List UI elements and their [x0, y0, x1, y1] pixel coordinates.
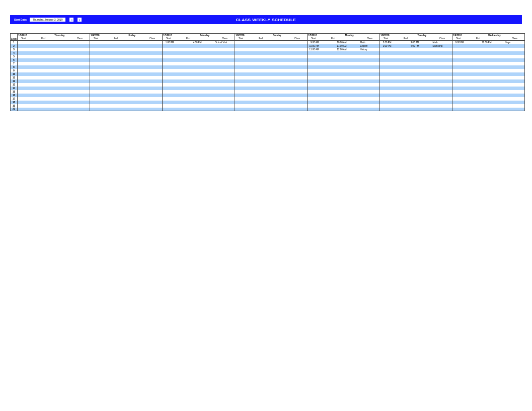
cell-end[interactable]: [465, 108, 492, 111]
cell-class[interactable]: [505, 62, 525, 65]
date-next-button[interactable]: ▸: [78, 18, 82, 22]
cell-class[interactable]: [142, 101, 163, 104]
cell-start[interactable]: [18, 79, 30, 83]
cell-class[interactable]: [432, 104, 452, 108]
cell-class[interactable]: [432, 94, 452, 97]
cell-class[interactable]: [287, 94, 308, 97]
cell-start[interactable]: [235, 69, 247, 72]
cell-class[interactable]: [432, 51, 452, 55]
cell-class[interactable]: [287, 104, 308, 108]
cell-class[interactable]: [70, 69, 90, 72]
cell-class[interactable]: [70, 44, 90, 48]
cell-end[interactable]: [30, 83, 57, 87]
cell-start[interactable]: [380, 48, 392, 51]
cell-class[interactable]: [360, 97, 380, 101]
cell-class[interactable]: [215, 44, 235, 48]
cell-class[interactable]: [432, 97, 452, 101]
cell-end[interactable]: [392, 48, 420, 51]
cell-class[interactable]: [215, 69, 235, 72]
cell-class[interactable]: English: [360, 44, 380, 48]
cell-end[interactable]: [30, 76, 57, 79]
cell-start[interactable]: [452, 76, 465, 79]
cell-start[interactable]: [452, 94, 465, 97]
cell-start[interactable]: [235, 97, 247, 101]
cell-start[interactable]: [163, 79, 175, 83]
cell-end[interactable]: [175, 101, 202, 104]
cell-class[interactable]: [215, 76, 235, 79]
cell-start[interactable]: [235, 87, 247, 90]
cell-start[interactable]: [235, 48, 247, 51]
cell-end[interactable]: [175, 48, 202, 51]
cell-end[interactable]: [175, 58, 202, 62]
cell-class[interactable]: [215, 83, 235, 87]
cell-start[interactable]: [380, 72, 392, 76]
cell-class[interactable]: [287, 44, 308, 48]
cell-end[interactable]: 11:00 AM: [320, 44, 347, 48]
cell-start[interactable]: [90, 69, 102, 72]
cell-class[interactable]: [70, 90, 90, 94]
cell-start[interactable]: [18, 62, 30, 65]
cell-start[interactable]: [380, 104, 392, 108]
cell-class[interactable]: [360, 51, 380, 55]
cell-end[interactable]: [30, 41, 57, 44]
cell-end[interactable]: [247, 69, 275, 72]
cell-start[interactable]: [235, 58, 247, 62]
cell-class[interactable]: [142, 69, 163, 72]
cell-end[interactable]: [175, 104, 202, 108]
cell-end[interactable]: [465, 55, 492, 58]
cell-start[interactable]: [18, 48, 30, 51]
cell-end[interactable]: [102, 72, 130, 76]
cell-class[interactable]: [505, 55, 525, 58]
cell-class[interactable]: Marketing: [432, 44, 452, 48]
cell-class[interactable]: [505, 87, 525, 90]
cell-start[interactable]: [90, 55, 102, 58]
cell-end[interactable]: [320, 87, 347, 90]
cell-class[interactable]: [432, 83, 452, 87]
cell-end[interactable]: [392, 55, 420, 58]
cell-end[interactable]: [30, 108, 57, 111]
cell-class[interactable]: [287, 58, 308, 62]
cell-class[interactable]: [360, 76, 380, 79]
cell-class[interactable]: [360, 79, 380, 83]
cell-end[interactable]: 12:00 PM: [465, 41, 492, 44]
cell-class[interactable]: [142, 79, 163, 83]
cell-class[interactable]: [505, 79, 525, 83]
cell-end[interactable]: [247, 104, 275, 108]
cell-end[interactable]: [320, 69, 347, 72]
cell-class[interactable]: [432, 69, 452, 72]
cell-start[interactable]: 9:00 PM: [452, 41, 465, 44]
cell-end[interactable]: [175, 79, 202, 83]
cell-end[interactable]: [320, 108, 347, 111]
cell-start[interactable]: [452, 87, 465, 90]
cell-end[interactable]: [175, 65, 202, 69]
cell-start[interactable]: [163, 55, 175, 58]
cell-end[interactable]: [392, 108, 420, 111]
cell-start[interactable]: [18, 108, 30, 111]
cell-end[interactable]: [30, 90, 57, 94]
cell-class[interactable]: [432, 62, 452, 65]
cell-class[interactable]: [215, 104, 235, 108]
cell-end[interactable]: [392, 90, 420, 94]
cell-start[interactable]: [163, 94, 175, 97]
cell-class[interactable]: [142, 48, 163, 51]
cell-class[interactable]: [215, 48, 235, 51]
cell-end[interactable]: [465, 94, 492, 97]
cell-end[interactable]: [30, 104, 57, 108]
cell-class[interactable]: [432, 58, 452, 62]
cell-class[interactable]: [505, 72, 525, 76]
cell-class[interactable]: [360, 72, 380, 76]
cell-end[interactable]: [392, 104, 420, 108]
cell-end[interactable]: [247, 41, 275, 44]
cell-end[interactable]: [30, 101, 57, 104]
cell-start[interactable]: [235, 76, 247, 79]
cell-start[interactable]: [18, 51, 30, 55]
cell-start[interactable]: [380, 90, 392, 94]
cell-start[interactable]: [90, 97, 102, 101]
cell-end[interactable]: [102, 104, 130, 108]
cell-start[interactable]: [18, 87, 30, 90]
cell-class[interactable]: [70, 72, 90, 76]
cell-class[interactable]: [287, 90, 308, 94]
cell-start[interactable]: 3:00 PM: [380, 44, 392, 48]
cell-end[interactable]: [30, 87, 57, 90]
cell-start[interactable]: [90, 101, 102, 104]
